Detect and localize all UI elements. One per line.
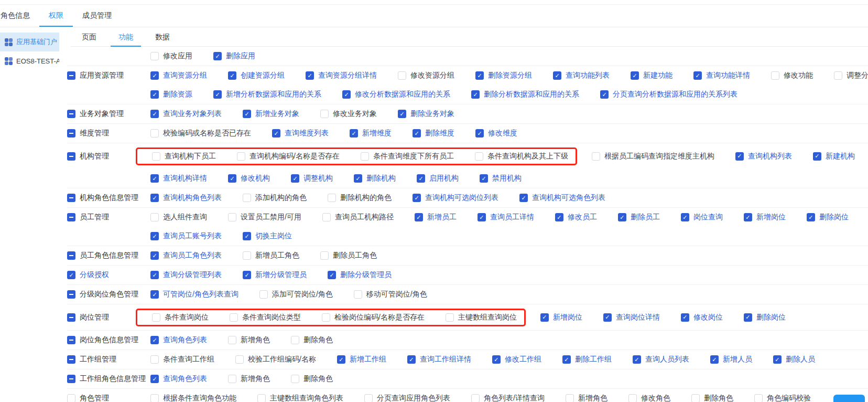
- checkbox[interactable]: [150, 232, 159, 240]
- permission-item[interactable]: 修改维度: [475, 129, 517, 138]
- permission-item-label[interactable]: 查询机构编码/名称是否存在: [249, 152, 340, 161]
- checkbox[interactable]: [213, 90, 222, 99]
- permission-item[interactable]: 查询机构可选角色列表: [519, 193, 605, 203]
- permission-item[interactable]: 删除资源: [150, 90, 192, 99]
- permission-item-label[interactable]: 新增员工: [427, 213, 457, 222]
- permission-item[interactable]: 查询机构列表: [735, 152, 792, 161]
- checkbox[interactable]: [618, 213, 626, 221]
- permission-item[interactable]: 移动可管岗位/角色: [354, 290, 427, 299]
- permission-item[interactable]: 新建机构: [813, 152, 855, 161]
- checkbox[interactable]: [150, 213, 159, 221]
- permission-item[interactable]: 查询功能详情: [693, 71, 750, 80]
- permission-item-label[interactable]: 修改工作组: [505, 355, 541, 364]
- permission-item[interactable]: 修改分析数据源和应用的关系: [342, 90, 450, 99]
- checkbox[interactable]: [213, 52, 222, 60]
- permission-item[interactable]: 禁用机构: [480, 174, 522, 183]
- checkbox[interactable]: [150, 90, 159, 99]
- checkbox[interactable]: [337, 355, 345, 364]
- permission-item[interactable]: 查询角色列表: [150, 374, 207, 384]
- permission-item-label[interactable]: 启用机构: [429, 174, 459, 183]
- checkbox[interactable]: [475, 71, 484, 80]
- permission-item-label[interactable]: 禁用机构: [492, 174, 522, 183]
- group-label[interactable]: 机构管理: [80, 152, 109, 161]
- permission-item-label[interactable]: 删除角色: [303, 374, 333, 384]
- checkbox[interactable]: [633, 355, 641, 364]
- permission-item-label[interactable]: 查询工作组详情: [420, 355, 471, 364]
- permission-item-label[interactable]: 删除角色: [704, 394, 733, 402]
- permission-item[interactable]: 查询分级管理列表: [150, 270, 222, 280]
- checkbox[interactable]: [519, 194, 528, 202]
- permission-item[interactable]: 修改机构: [228, 174, 270, 183]
- checkbox[interactable]: [243, 271, 251, 279]
- permission-item-label[interactable]: 查询机构可选岗位列表: [425, 193, 498, 203]
- permission-item[interactable]: 可管岗位/角色列表查询: [150, 290, 238, 299]
- checkbox[interactable]: [592, 152, 600, 161]
- permission-item[interactable]: 新建功能: [631, 71, 672, 80]
- tab-role-info[interactable]: 角色信息: [0, 5, 39, 27]
- permission-item[interactable]: 校验编码或名称是否已存在: [150, 129, 251, 138]
- checkbox[interactable]: [228, 174, 236, 183]
- permission-item[interactable]: 删除应用: [213, 51, 255, 61]
- group-checkbox[interactable]: [67, 194, 75, 202]
- permission-item[interactable]: 新增岗位: [744, 213, 786, 222]
- checkbox[interactable]: [771, 71, 779, 80]
- checkbox[interactable]: [243, 194, 251, 202]
- checkbox[interactable]: [272, 129, 280, 137]
- tab-member-management[interactable]: 成员管理: [73, 5, 121, 27]
- checkbox[interactable]: [631, 71, 639, 80]
- group-label[interactable]: 角色管理: [80, 394, 109, 402]
- permission-item[interactable]: 新增分析数据源和应用的关系: [213, 90, 321, 99]
- checkbox[interactable]: [471, 90, 480, 99]
- permission-item[interactable]: 查询机构详情: [150, 174, 207, 183]
- permission-item[interactable]: 查询功能列表: [553, 71, 610, 80]
- permission-item-label[interactable]: 调整机构: [303, 174, 333, 183]
- checkbox[interactable]: [834, 71, 842, 80]
- group-checkbox[interactable]: [67, 71, 75, 80]
- checkbox[interactable]: [744, 213, 752, 221]
- permission-item-label[interactable]: 删除工作组: [575, 355, 612, 364]
- permission-item-label[interactable]: 删除分析数据源和应用的关系: [484, 90, 579, 99]
- permission-item[interactable]: 新增角色: [228, 374, 270, 384]
- permission-item-label[interactable]: 新建机构: [826, 152, 855, 161]
- permission-item-label[interactable]: 删除员工角色: [333, 251, 377, 260]
- permission-item-label[interactable]: 修改维度: [488, 129, 517, 138]
- permission-item-label[interactable]: 修改业务对象: [333, 109, 377, 119]
- permission-item[interactable]: 新增工作组: [337, 355, 386, 364]
- group-label[interactable]: 机构角色信息管理: [80, 193, 138, 203]
- checkbox[interactable]: [152, 313, 160, 322]
- permission-item[interactable]: 查询机构编码/名称是否存在: [237, 152, 340, 161]
- checkbox[interactable]: [320, 251, 329, 260]
- permission-item-label[interactable]: 查询机构可选角色列表: [532, 193, 605, 203]
- checkbox[interactable]: [150, 355, 159, 364]
- checkbox[interactable]: [492, 355, 501, 364]
- permission-item-label[interactable]: 删除业务对象: [410, 109, 454, 119]
- checkbox[interactable]: [413, 194, 421, 202]
- permission-item-label[interactable]: 删除员工: [631, 213, 660, 222]
- permission-item[interactable]: 岗位查询: [681, 213, 723, 222]
- group-checkbox[interactable]: [67, 375, 75, 383]
- checkbox[interactable]: [328, 271, 336, 279]
- permission-item[interactable]: 条件查询工作组: [150, 355, 214, 364]
- permission-item-label[interactable]: 设置员工禁用/可用: [241, 213, 301, 222]
- permission-item-label[interactable]: 删除人员: [786, 355, 815, 364]
- permission-item-label[interactable]: 修改机构: [241, 174, 270, 183]
- permission-item-label[interactable]: 修改应用: [163, 51, 192, 61]
- permission-item[interactable]: 调整分组: [834, 71, 868, 80]
- permission-item[interactable]: 查询机构可选岗位列表: [413, 193, 498, 203]
- checkbox[interactable]: [150, 336, 159, 344]
- permission-item[interactable]: 删除工作组: [562, 355, 612, 364]
- checkbox[interactable]: [628, 394, 637, 402]
- sidebar-item-app-portal[interactable]: 应用基础门户: [0, 33, 59, 51]
- permission-item-label[interactable]: 删除资源分组: [488, 71, 532, 80]
- permission-item-label[interactable]: 删除岗位: [756, 313, 786, 322]
- checkbox[interactable]: [228, 375, 236, 383]
- checkbox[interactable]: [407, 355, 416, 364]
- permission-item[interactable]: 查询员工详情: [478, 213, 534, 222]
- permission-item-label[interactable]: 新增维度: [362, 129, 392, 138]
- checkbox[interactable]: [228, 71, 236, 80]
- checkbox[interactable]: [150, 71, 159, 80]
- permission-item[interactable]: 删除岗位: [807, 213, 849, 222]
- permission-item-label[interactable]: 修改分析数据源和应用的关系: [355, 90, 450, 99]
- group-label[interactable]: 岗位角色信息管理: [80, 335, 138, 345]
- checkbox[interactable]: [555, 213, 563, 221]
